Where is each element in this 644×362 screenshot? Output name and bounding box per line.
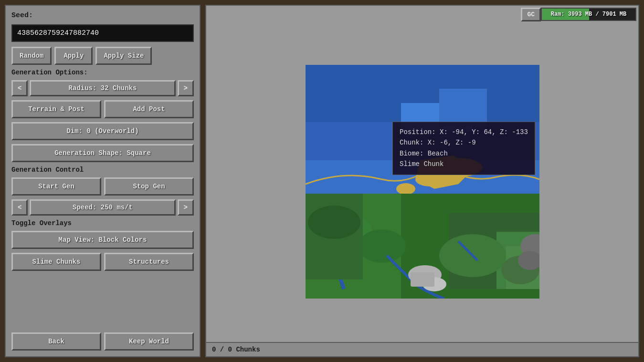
add-post-button[interactable]: Add Post	[104, 100, 194, 118]
ram-bar: Ram: 3993 MB / 7901 MB	[541, 8, 636, 21]
random-button[interactable]: Random	[11, 47, 52, 65]
back-button[interactable]: Back	[11, 332, 101, 351]
radius-right-button[interactable]: >	[178, 80, 194, 96]
right-panel: GC Ram: 3993 MB / 7901 MB	[205, 5, 639, 357]
overlay-button-row: Slime Chunks Structures	[11, 253, 194, 271]
keep-world-button[interactable]: Keep World	[104, 332, 194, 351]
status-bar: 0 / 0 Chunks	[206, 342, 638, 356]
apply-button[interactable]: Apply	[54, 47, 93, 65]
svg-point-23	[308, 206, 360, 239]
gen-shape-button[interactable]: Generation Shape: Square	[11, 144, 194, 162]
seed-label: Seed:	[11, 11, 194, 20]
radius-row: < Radius: 32 Chunks >	[11, 80, 194, 96]
bottom-buttons: Back Keep World	[11, 332, 194, 351]
terrain-post-row: Terrain & Post Add Post	[11, 100, 194, 118]
dim-button[interactable]: Dim: 0 (Overworld)	[11, 122, 194, 140]
radius-left-button[interactable]: <	[11, 80, 28, 96]
gc-button[interactable]: GC	[521, 8, 541, 21]
seed-button-row: Random Apply Apply Size	[11, 47, 194, 65]
start-gen-button[interactable]: Start Gen	[11, 177, 101, 196]
map-canvas[interactable]	[306, 65, 539, 299]
header-row: GC Ram: 3993 MB / 7901 MB	[206, 6, 638, 21]
terrain-post-button[interactable]: Terrain & Post	[11, 100, 101, 118]
gen-control-row: Start Gen Stop Gen	[11, 177, 194, 196]
radius-display: Radius: 32 Chunks	[30, 80, 175, 96]
svg-point-8	[396, 183, 415, 195]
svg-point-16	[358, 229, 406, 263]
ram-text: Ram: 3993 MB / 7901 MB	[551, 11, 626, 18]
chunks-status: 0 / 0 Chunks	[212, 346, 260, 353]
svg-rect-4	[439, 89, 487, 127]
toggle-overlays-label: Toggle Overlays	[11, 219, 194, 227]
apply-size-button[interactable]: Apply Size	[95, 47, 152, 65]
speed-left-button[interactable]: <	[11, 199, 28, 216]
left-panel: Seed: Random Apply Apply Size Generation…	[5, 5, 201, 357]
speed-row: < Speed: 250 ms/t >	[11, 199, 194, 216]
map-area[interactable]: Position: X: -94, Y: 64, Z: -133 Chunk: …	[206, 21, 638, 342]
structures-button[interactable]: Structures	[104, 253, 194, 271]
map-view-button[interactable]: Map View: Block Colors	[11, 231, 194, 249]
stop-gen-button[interactable]: Stop Gen	[104, 177, 194, 196]
generation-options-label: Generation Options:	[11, 69, 194, 76]
speed-right-button[interactable]: >	[178, 199, 194, 216]
seed-input[interactable]	[11, 24, 194, 42]
generation-control-label: Generation Control	[11, 166, 194, 174]
speed-display: Speed: 250 ms/t	[30, 199, 175, 216]
slime-chunks-button[interactable]: Slime Chunks	[11, 253, 101, 271]
svg-rect-21	[411, 272, 434, 287]
